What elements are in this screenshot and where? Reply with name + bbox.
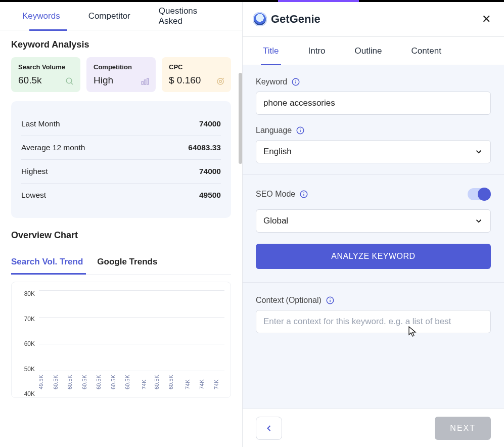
svg-point-6 bbox=[219, 80, 222, 83]
bar-label: 60.5K bbox=[168, 375, 174, 389]
info-icon[interactable] bbox=[296, 126, 305, 135]
svg-rect-3 bbox=[145, 80, 146, 84]
stat-value: 74000 bbox=[199, 167, 221, 176]
kpi-cpc: CPC $ 0.160 bbox=[162, 57, 231, 92]
svg-line-1 bbox=[71, 82, 73, 84]
analyze-keyword-button[interactable]: ANALYZE KEYWORD bbox=[256, 244, 491, 269]
back-button[interactable] bbox=[256, 417, 282, 440]
chevron-down-icon bbox=[474, 147, 483, 156]
stat-value: 74000 bbox=[199, 119, 221, 128]
tab-keywords[interactable]: Keywords bbox=[22, 2, 74, 30]
stat-row: Lowest49500 bbox=[21, 184, 221, 207]
chevron-left-icon bbox=[264, 423, 274, 433]
tab-outline[interactable]: Outline bbox=[346, 37, 391, 65]
bar-label: 74K bbox=[185, 379, 191, 389]
info-icon[interactable] bbox=[291, 77, 300, 86]
region-value: Global bbox=[263, 216, 288, 226]
svg-point-16 bbox=[304, 192, 305, 193]
overview-title: Overview Chart bbox=[11, 230, 231, 241]
close-icon[interactable]: ✕ bbox=[482, 13, 491, 26]
kpi-competition: Competition High bbox=[86, 57, 156, 92]
language-value: English bbox=[263, 147, 292, 157]
section-title: Keyword Analysis bbox=[11, 39, 231, 50]
bar-label: 60.5K bbox=[81, 375, 87, 389]
y-tick: 80K bbox=[24, 290, 35, 297]
bar-label: 74K bbox=[141, 379, 147, 389]
bar-label: 74K bbox=[213, 379, 219, 389]
right-tabs: Title Intro Outline Content bbox=[243, 37, 504, 65]
stat-row: Average 12 month64083.33 bbox=[21, 136, 221, 160]
language-label: Language bbox=[256, 126, 292, 135]
stats-box: Last Month74000 Average 12 month64083.33… bbox=[11, 101, 231, 218]
subtab-google-trends[interactable]: Google Trends bbox=[97, 252, 157, 274]
bar-label: 49.5K bbox=[38, 375, 44, 389]
svg-point-19 bbox=[330, 298, 331, 299]
stat-value: 49500 bbox=[199, 191, 221, 200]
svg-point-10 bbox=[296, 80, 297, 81]
tab-questions-asked[interactable]: Questions Asked bbox=[145, 2, 232, 30]
language-select[interactable]: English bbox=[256, 140, 491, 163]
context-input[interactable]: Enter a context for this keyword. e.g. a… bbox=[256, 310, 491, 333]
svg-point-0 bbox=[66, 78, 72, 83]
kpi-row: Search Volume 60.5k Competition High CPC… bbox=[11, 57, 231, 92]
brand-text: GetGenie bbox=[271, 13, 320, 26]
y-tick: 40K bbox=[24, 390, 35, 397]
tab-content[interactable]: Content bbox=[402, 37, 450, 65]
bar-label: 60.5K bbox=[96, 375, 102, 389]
info-icon[interactable] bbox=[326, 296, 335, 305]
brand: GetGenie bbox=[253, 12, 320, 26]
svg-point-13 bbox=[300, 128, 301, 129]
y-tick: 70K bbox=[24, 316, 35, 323]
target-icon bbox=[216, 77, 225, 86]
y-tick: 50K bbox=[24, 366, 35, 373]
bar-label: 60.5K bbox=[52, 375, 58, 389]
region-select[interactable]: Global bbox=[256, 209, 491, 233]
bar-label: 60.5K bbox=[124, 375, 130, 389]
genie-icon bbox=[253, 12, 267, 26]
tab-title[interactable]: Title bbox=[254, 37, 288, 65]
bar-label: 60.5K bbox=[67, 375, 73, 389]
kpi-label: Competition bbox=[94, 63, 149, 71]
subtab-search-vol-trend[interactable]: Search Vol. Trend bbox=[11, 252, 83, 274]
keyword-input[interactable] bbox=[256, 92, 491, 115]
tab-intro[interactable]: Intro bbox=[299, 37, 335, 65]
bar-label: 60.5K bbox=[110, 375, 116, 389]
bar-label: 60.5K bbox=[153, 375, 159, 389]
stat-value: 64083.33 bbox=[188, 143, 221, 152]
next-button[interactable]: NEXT bbox=[435, 417, 491, 440]
stat-label: Highest bbox=[21, 167, 48, 176]
svg-rect-4 bbox=[147, 78, 149, 84]
search-icon bbox=[65, 77, 74, 86]
context-label: Context (Optional) bbox=[256, 296, 322, 305]
seo-label: SEO Mode bbox=[256, 190, 295, 199]
bars-icon bbox=[141, 77, 150, 86]
stat-label: Last Month bbox=[21, 119, 60, 128]
info-icon[interactable] bbox=[299, 190, 308, 199]
stat-label: Lowest bbox=[21, 191, 46, 200]
chart-subtabs: Search Vol. Trend Google Trends bbox=[11, 252, 231, 275]
bar-label: 74K bbox=[199, 379, 205, 389]
svg-line-7 bbox=[222, 78, 224, 79]
stat-row: Highest74000 bbox=[21, 160, 221, 184]
kpi-search-volume: Search Volume 60.5k bbox=[11, 57, 80, 92]
kpi-label: CPC bbox=[169, 63, 224, 71]
tab-competitor[interactable]: Competitor bbox=[74, 2, 145, 30]
seo-toggle[interactable] bbox=[468, 188, 491, 200]
overview-chart: 80K70K60K50K40K 49.5K60.5K60.5K60.5K60.5… bbox=[11, 282, 231, 398]
kpi-label: Search Volume bbox=[18, 63, 73, 71]
left-tabs: Keywords Competitor Questions Asked bbox=[0, 2, 242, 30]
chevron-down-icon bbox=[474, 216, 483, 226]
svg-rect-2 bbox=[142, 81, 143, 84]
scrollbar[interactable] bbox=[239, 73, 242, 164]
y-tick: 60K bbox=[24, 340, 35, 347]
stat-row: Last Month74000 bbox=[21, 112, 221, 136]
keyword-label: Keyword bbox=[256, 77, 287, 86]
stat-label: Average 12 month bbox=[21, 143, 85, 152]
